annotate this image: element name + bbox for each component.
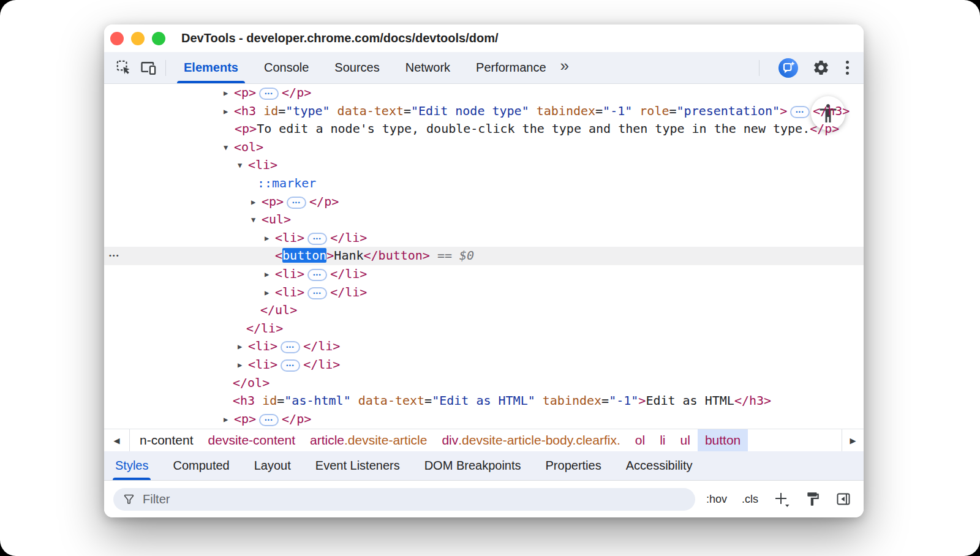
dom-token-seltag: button bbox=[282, 248, 326, 263]
dom-token-plain: Edit as HTML bbox=[646, 393, 734, 408]
device-toolbar-icon[interactable] bbox=[136, 56, 160, 80]
dom-tree-row[interactable]: ::marker bbox=[104, 175, 864, 193]
dom-token-attr: tabindex bbox=[543, 393, 601, 408]
sidebar-tab-styles[interactable]: Styles bbox=[115, 451, 148, 480]
breadcrumb-item-ol[interactable]: ol bbox=[628, 429, 652, 451]
more-tabs-icon[interactable]: » bbox=[559, 56, 575, 79]
dom-token-eq: == bbox=[430, 248, 459, 263]
dom-tree-row[interactable]: ▶<li>•••</li> bbox=[104, 284, 864, 302]
traffic-lights bbox=[110, 32, 165, 45]
zoom-button[interactable] bbox=[152, 32, 165, 45]
dom-token-tag: </li> bbox=[303, 339, 340, 353]
dom-tree-row[interactable]: </ul> bbox=[104, 301, 864, 320]
left-arrow-icon: ◀ bbox=[114, 436, 120, 445]
collapsed-children-ellipsis-icon[interactable]: ••• bbox=[281, 359, 300, 372]
sidebar-tab-event-listeners[interactable]: Event Listeners bbox=[315, 451, 400, 480]
sidebar-tab-accessibility[interactable]: Accessibility bbox=[626, 451, 693, 480]
dom-token-val: "-1" bbox=[603, 103, 632, 118]
tab-network[interactable]: Network bbox=[393, 52, 463, 83]
breadcrumb-item-ul[interactable]: ul bbox=[673, 429, 698, 451]
inspect-element-icon[interactable] bbox=[111, 56, 136, 80]
dom-token-attr: data-text bbox=[358, 393, 424, 408]
dom-tree-row[interactable]: ▶<p>•••</p> bbox=[104, 193, 864, 211]
dom-tree-row-selected[interactable]: •••<button>Hank</button> == $0 bbox=[104, 247, 864, 265]
expand-arrow-icon[interactable]: ▶ bbox=[238, 356, 248, 375]
dom-tree-row[interactable]: ▶<li>•••</li> bbox=[104, 229, 864, 247]
dom-token-tag: </li> bbox=[330, 285, 367, 299]
dom-token-plain bbox=[632, 103, 639, 118]
breadcrumb-item-devsite-content[interactable]: devsite-content bbox=[201, 429, 303, 451]
close-button[interactable] bbox=[110, 32, 124, 45]
dom-tree-row[interactable]: ▶<li>•••</li> bbox=[104, 337, 864, 356]
breadcrumb-item-n-content[interactable]: n-content bbox=[132, 429, 201, 451]
breadcrumb-scroll-right-icon[interactable]: ▶ bbox=[842, 429, 864, 451]
toggle-element-state-hov[interactable]: :hov bbox=[706, 493, 727, 506]
dom-token-tag: </li> bbox=[330, 266, 367, 281]
tab-performance[interactable]: Performance bbox=[463, 52, 559, 83]
expand-arrow-icon[interactable]: ▶ bbox=[251, 193, 262, 212]
breadcrumb-item-button[interactable]: button bbox=[698, 429, 748, 451]
breadcrumb-scroll-left-icon[interactable]: ◀ bbox=[104, 429, 130, 451]
dom-token-tag: <p> bbox=[234, 411, 256, 426]
dom-tree-row[interactable]: </ol> bbox=[104, 374, 864, 393]
dom-token-tag: </ul> bbox=[260, 302, 297, 317]
collapsed-children-ellipsis-icon[interactable]: ••• bbox=[259, 414, 279, 426]
collapsed-children-ellipsis-icon[interactable]: ••• bbox=[259, 88, 279, 100]
collapsed-children-ellipsis-icon[interactable]: ••• bbox=[790, 106, 810, 118]
collapsed-children-ellipsis-icon[interactable]: ••• bbox=[307, 287, 327, 299]
collapsed-children-ellipsis-icon[interactable]: ••• bbox=[307, 233, 327, 245]
dom-token-tag: </li> bbox=[246, 321, 283, 336]
collapsed-children-ellipsis-icon[interactable]: ••• bbox=[287, 197, 306, 209]
collapsed-children-ellipsis-icon[interactable]: ••• bbox=[307, 269, 327, 281]
dom-tree-row[interactable]: </li> bbox=[104, 320, 864, 338]
sidebar-tab-computed[interactable]: Computed bbox=[173, 451, 229, 480]
breadcrumb-item-div[interactable]: div.devsite-article-body.clearfix. bbox=[434, 429, 627, 451]
expand-arrow-icon[interactable]: ▼ bbox=[251, 211, 262, 230]
row-options-ellipsis-icon[interactable]: ••• bbox=[109, 247, 120, 265]
sidebar-tab-properties[interactable]: Properties bbox=[546, 451, 601, 480]
breadcrumb-item-article[interactable]: article.devsite-article bbox=[303, 429, 434, 451]
expand-arrow-icon[interactable]: ▼ bbox=[224, 139, 234, 157]
styles-filter-bar: Filter :hov .cls bbox=[104, 481, 864, 517]
dom-token-tag: </ol> bbox=[233, 375, 270, 390]
tab-console[interactable]: Console bbox=[251, 52, 322, 83]
sidebar-tab-dom-breakpoints[interactable]: DOM Breakpoints bbox=[424, 451, 521, 480]
collapsed-children-ellipsis-icon[interactable]: ••• bbox=[281, 341, 300, 353]
minimize-button[interactable] bbox=[131, 32, 145, 45]
expand-arrow-icon[interactable]: ▶ bbox=[265, 266, 275, 284]
expand-arrow-icon[interactable]: ▶ bbox=[224, 103, 234, 121]
dom-tree-row[interactable]: ▶<li>•••</li> bbox=[104, 356, 864, 374]
dom-tree-row[interactable]: ▼<ul> bbox=[104, 211, 864, 229]
filter-input[interactable]: Filter bbox=[113, 488, 695, 511]
toggle-element-classes-cls[interactable]: .cls bbox=[742, 493, 758, 506]
breadcrumb-item-li[interactable]: li bbox=[652, 429, 673, 451]
dom-tree-row[interactable]: ▶<p>•••</p> bbox=[104, 84, 864, 102]
expand-arrow-icon[interactable]: ▼ bbox=[238, 157, 248, 175]
settings-gear-icon[interactable] bbox=[812, 59, 830, 77]
expand-arrow-icon[interactable]: ▶ bbox=[224, 85, 234, 103]
dom-tree-row[interactable]: ▶<p>•••</p> bbox=[104, 410, 864, 429]
dom-token-tag: > bbox=[326, 248, 334, 263]
dom-tree-row[interactable]: <h3 id="as-html" data-text="Edit as HTML… bbox=[104, 392, 864, 410]
dom-token-plain: = bbox=[404, 103, 411, 118]
expand-arrow-icon[interactable]: ▶ bbox=[265, 230, 275, 248]
tab-sources[interactable]: Sources bbox=[322, 52, 392, 83]
screenshot-background: DevTools - developer.chrome.com/docs/dev… bbox=[0, 0, 980, 556]
dom-tree-row[interactable]: ▶<h3 id="type" data-text="Edit node type… bbox=[104, 102, 864, 121]
expand-arrow-icon[interactable]: ▶ bbox=[224, 411, 234, 429]
dom-tree-row[interactable]: <p>To edit a node's type, double-click t… bbox=[104, 120, 864, 138]
dom-token-val: "-1" bbox=[609, 393, 638, 408]
sidebar-tab-layout[interactable]: Layout bbox=[254, 451, 291, 480]
tab-elements[interactable]: Elements bbox=[171, 52, 251, 83]
dom-tree-row[interactable]: ▶<li>•••</li> bbox=[104, 265, 864, 284]
ai-assistance-icon[interactable] bbox=[778, 58, 799, 78]
toggle-sidebar-panel-icon[interactable] bbox=[835, 491, 851, 507]
expand-arrow-icon[interactable]: ▶ bbox=[265, 284, 275, 302]
dom-tree-row[interactable]: ▼<ol> bbox=[104, 138, 864, 157]
new-style-rule-plus-icon[interactable] bbox=[773, 490, 790, 508]
expand-arrow-icon[interactable]: ▶ bbox=[238, 338, 248, 356]
dom-tree-row[interactable]: ▼<li> bbox=[104, 156, 864, 175]
dom-token-dollar: $0 bbox=[459, 248, 474, 263]
paint-brush-icon[interactable] bbox=[805, 491, 821, 507]
more-options-kebab-icon[interactable] bbox=[843, 58, 851, 77]
